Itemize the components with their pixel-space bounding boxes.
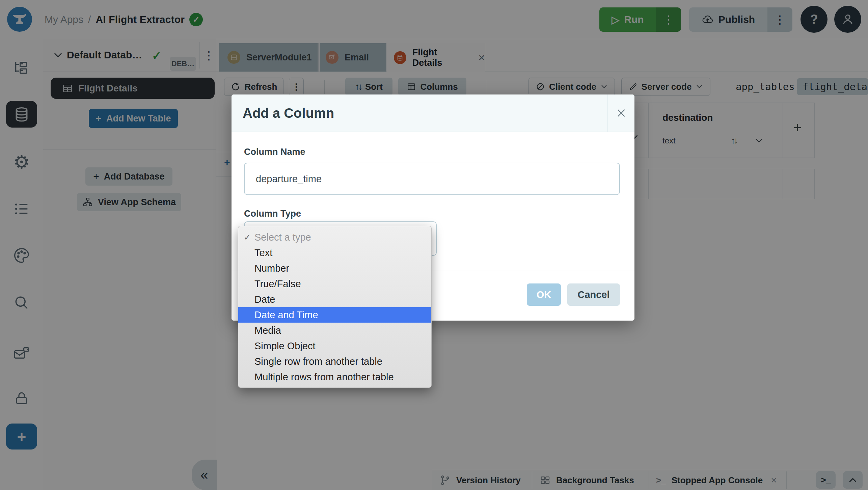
modal-close-button[interactable] — [607, 94, 635, 132]
type-option-label: Simple Object — [254, 341, 316, 352]
type-option-label: Select a type — [254, 232, 311, 243]
column-type-label: Column Type — [244, 209, 301, 219]
type-option-label: Media — [254, 325, 281, 336]
column-name-input[interactable] — [244, 163, 620, 195]
close-x-icon — [616, 107, 627, 119]
type-option-label: Number — [254, 263, 289, 274]
modal-title: Add a Column — [243, 94, 334, 132]
type-option-date[interactable]: Date — [238, 292, 431, 307]
type-option-label: Multiple rows from another table — [254, 372, 394, 383]
type-option-label: Text — [254, 247, 272, 258]
type-option-date-and-time[interactable]: Date and Time — [238, 307, 431, 323]
modal-header: Add a Column — [232, 94, 634, 132]
type-option-select-a-type[interactable]: ✓ Select a type — [238, 229, 431, 245]
type-option-true-false[interactable]: True/False — [238, 276, 431, 292]
type-option-label: True/False — [254, 278, 301, 290]
column-type-menu: ✓ Select a type Text Number True/False D… — [238, 226, 432, 388]
anvil-editor: My Apps / AI Flight Extractor ✓ ▷ Run ⋮ … — [0, 0, 868, 490]
column-name-label: Column Name — [244, 147, 305, 157]
check-icon: ✓ — [244, 232, 251, 243]
cancel-button[interactable]: Cancel — [567, 283, 620, 306]
type-option-label: Single row from another table — [254, 356, 382, 367]
type-option-label: Date and Time — [254, 309, 318, 321]
type-option-text[interactable]: Text — [238, 245, 431, 261]
type-option-multiple-rows[interactable]: Multiple rows from another table — [238, 369, 431, 385]
type-option-simple-object[interactable]: Simple Object — [238, 338, 431, 354]
type-option-media[interactable]: Media — [238, 323, 431, 338]
ok-button[interactable]: OK — [527, 283, 561, 306]
type-option-single-row[interactable]: Single row from another table — [238, 354, 431, 369]
type-option-label: Date — [254, 294, 275, 305]
type-option-number[interactable]: Number — [238, 261, 431, 276]
